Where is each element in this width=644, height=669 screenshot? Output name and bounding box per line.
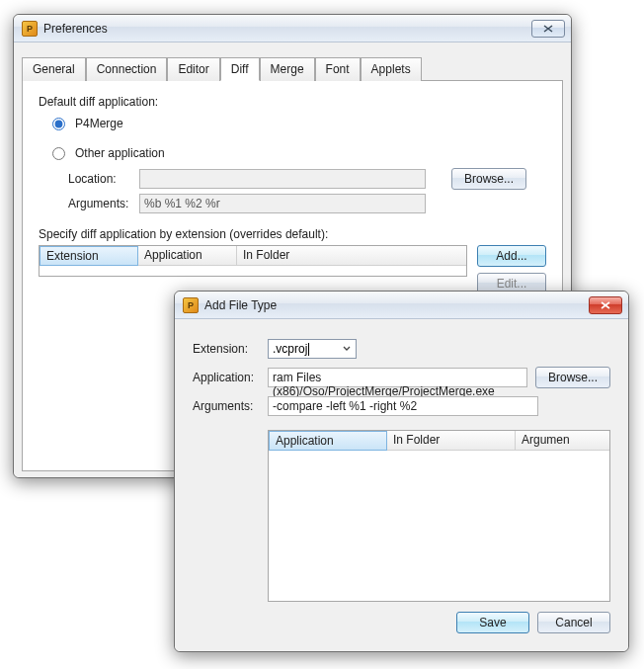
list-header-infolder[interactable]: In Folder <box>387 431 516 451</box>
save-button[interactable]: Save <box>456 612 529 633</box>
extension-grid[interactable]: Extension Application In Folder <box>39 245 467 277</box>
default-diff-heading: Default diff application: <box>39 95 546 109</box>
app-icon: P <box>22 21 38 37</box>
tab-editor[interactable]: Editor <box>167 57 219 81</box>
grid-header-extension[interactable]: Extension <box>40 246 138 266</box>
grid-header-application[interactable]: Application <box>138 246 237 266</box>
radio-other[interactable] <box>52 147 65 160</box>
override-label: Specify diff application by extension (o… <box>39 227 546 241</box>
chevron-down-icon[interactable] <box>340 342 354 356</box>
tab-merge[interactable]: Merge <box>260 57 315 81</box>
arguments-input[interactable]: %b %1 %2 %r <box>139 194 426 213</box>
radio-other-label: Other application <box>75 146 165 160</box>
tab-connection[interactable]: Connection <box>86 57 168 81</box>
location-label: Location: <box>68 172 133 186</box>
browse-button[interactable]: Browse... <box>451 168 526 190</box>
extension-combo[interactable]: .vcproj <box>268 339 357 359</box>
list-header-arguments[interactable]: Argumen <box>516 431 609 451</box>
location-input[interactable] <box>139 169 426 189</box>
arguments-label: Arguments: <box>193 399 260 413</box>
window-title: Preferences <box>43 22 525 36</box>
add-button[interactable]: Add... <box>477 245 546 267</box>
add-file-type-dialog: P Add File Type Extension: .vcproj Appli… <box>174 291 629 652</box>
close-icon[interactable] <box>589 296 622 314</box>
arguments-label: Arguments: <box>68 197 133 210</box>
app-list[interactable]: Application In Folder Argumen <box>268 430 610 602</box>
titlebar[interactable]: P Preferences <box>14 15 571 42</box>
tab-general[interactable]: General <box>22 57 86 81</box>
extension-label: Extension: <box>193 342 260 356</box>
radio-p4merge-label: P4Merge <box>75 117 123 130</box>
browse-button[interactable]: Browse... <box>535 367 610 388</box>
tab-diff[interactable]: Diff <box>220 57 260 81</box>
radio-p4merge[interactable] <box>52 118 65 130</box>
tabs: General Connection Editor Diff Merge Fon… <box>22 56 563 80</box>
application-input[interactable]: ram Files (x86)/Oso/ProjectMerge/Project… <box>268 368 527 387</box>
close-icon[interactable] <box>531 20 565 38</box>
arguments-input[interactable]: -compare -left %1 -right %2 <box>268 396 538 416</box>
window-title: Add File Type <box>204 298 583 312</box>
app-icon: P <box>183 297 199 313</box>
tab-font[interactable]: Font <box>315 57 361 81</box>
grid-header-infolder[interactable]: In Folder <box>237 246 466 266</box>
tab-applets[interactable]: Applets <box>361 57 422 81</box>
client-area: Extension: .vcproj Application: ram File… <box>175 319 628 651</box>
extension-value: .vcproj <box>273 342 307 356</box>
text-caret <box>308 343 309 356</box>
titlebar[interactable]: P Add File Type <box>175 292 628 319</box>
list-header-application[interactable]: Application <box>269 431 387 451</box>
cancel-button[interactable]: Cancel <box>537 612 610 633</box>
application-label: Application: <box>193 371 260 384</box>
